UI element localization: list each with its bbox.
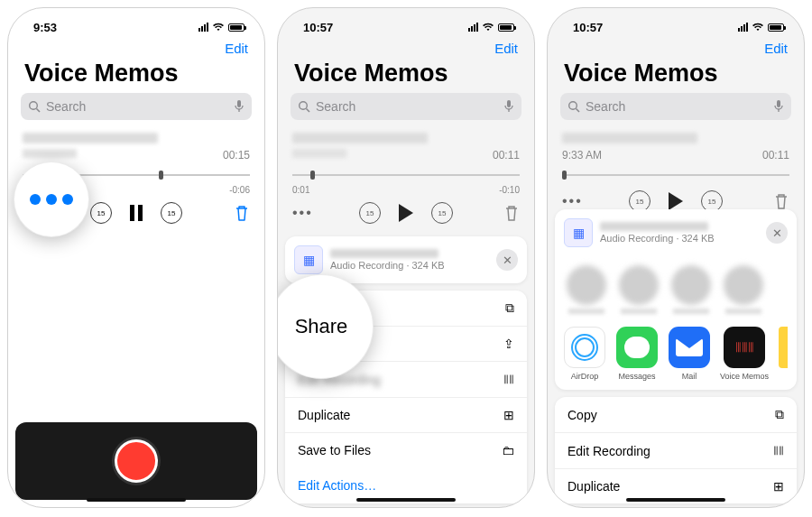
record-button[interactable] (115, 439, 158, 483)
skip-back-button[interactable]: 15 (359, 202, 381, 224)
file-name-blurred (330, 249, 438, 258)
memo-title-blurred (23, 133, 158, 143)
home-indicator[interactable] (87, 498, 186, 502)
signal-icon (468, 23, 478, 32)
file-thumb-icon: ▦ (564, 218, 593, 247)
record-bar (15, 422, 257, 500)
page-title: Voice Memos (8, 60, 264, 93)
close-button[interactable]: ✕ (766, 222, 788, 244)
menu-item-save-files[interactable]: Save to Files🗀 (285, 432, 527, 467)
more-button[interactable]: ••• (562, 193, 583, 209)
search-icon (298, 100, 310, 113)
waveform-icon: ⦀⦀ (773, 443, 784, 458)
duplicate-icon: ⊞ (503, 408, 514, 422)
trash-button[interactable] (503, 204, 520, 222)
app-voice-memos[interactable]: ⦀⦀⦀Voice Memos (721, 327, 768, 381)
page-title: Voice Memos (548, 60, 804, 93)
svg-line-1 (37, 109, 41, 113)
edit-button[interactable]: Edit (494, 41, 518, 56)
playback-timeline[interactable] (562, 171, 789, 183)
home-indicator[interactable] (626, 498, 725, 502)
app-airdrop[interactable]: AirDrop (564, 327, 605, 381)
contact-suggestion[interactable] (669, 265, 714, 314)
svg-line-9 (577, 109, 580, 113)
status-icons (738, 23, 784, 32)
skip-forward-button[interactable]: 15 (431, 202, 453, 224)
close-button[interactable]: ✕ (496, 249, 518, 271)
copy-icon: ⧉ (775, 407, 784, 422)
action-edit-recording[interactable]: Edit Recording⦀⦀ (555, 432, 797, 468)
app-mail[interactable]: Mail (669, 327, 710, 381)
pause-button[interactable] (130, 205, 143, 221)
share-apps-row: AirDrop Messages Mail ⦀⦀⦀Voice Memos (555, 321, 797, 390)
memo-duration: 00:11 (762, 149, 789, 162)
search-icon (28, 100, 41, 113)
memo-subtitle-blurred (23, 149, 77, 158)
skip-back-button[interactable]: 15 (90, 202, 112, 224)
memo-duration: 00:15 (223, 149, 250, 162)
time-remaining: -0:10 (499, 185, 520, 195)
mic-icon[interactable] (503, 99, 514, 114)
svg-point-0 (30, 102, 38, 110)
search-input[interactable]: Search (560, 93, 791, 120)
wifi-icon (752, 23, 764, 32)
callout-more-icon (14, 162, 89, 237)
mic-icon[interactable] (234, 99, 245, 114)
contact-suggestion[interactable] (564, 265, 609, 314)
svg-rect-10 (777, 100, 780, 107)
search-icon (567, 100, 580, 113)
share-icon: ⇪ (503, 337, 514, 351)
svg-point-4 (300, 102, 308, 110)
home-indicator[interactable] (356, 498, 456, 502)
status-time: 10:57 (303, 21, 333, 34)
svg-point-8 (569, 102, 577, 110)
share-header-card: ▦ Audio Recording · 324 KB ✕ AirDrop Mes… (555, 209, 797, 390)
contact-suggestion[interactable] (721, 265, 766, 314)
page-title: Voice Memos (278, 60, 534, 93)
trash-button[interactable] (773, 192, 789, 210)
memo-item[interactable]: 00:15 (8, 127, 264, 162)
memo-duration: 00:11 (493, 149, 520, 162)
file-meta: Audio Recording · 324 KB (330, 260, 489, 271)
more-button[interactable]: ••• (292, 205, 313, 221)
play-button[interactable] (669, 192, 683, 210)
playback-controls: ••• 15 15 (278, 200, 534, 229)
battery-icon (768, 23, 784, 32)
contact-suggestion[interactable] (616, 265, 661, 314)
skip-forward-button[interactable]: 15 (161, 202, 182, 224)
status-icons (468, 23, 514, 32)
wifi-icon (482, 23, 494, 32)
trash-button[interactable] (234, 204, 250, 222)
time-elapsed: 0:01 (292, 185, 309, 195)
status-icons (198, 23, 245, 32)
time-remaining: -0:06 (229, 185, 250, 195)
memo-item[interactable]: 9:33 AM 00:11 (548, 127, 804, 162)
svg-rect-2 (237, 100, 241, 107)
search-input[interactable]: Search (291, 93, 521, 120)
memo-item[interactable]: 00:11 (278, 127, 534, 162)
svg-line-5 (307, 109, 310, 113)
edit-button[interactable]: Edit (764, 41, 788, 56)
phone-panel-1: 9:53 Edit Voice Memos Search 00:15 0:00 … (7, 7, 265, 508)
memo-title-blurred (292, 133, 428, 143)
copy-icon: ⧉ (505, 300, 514, 316)
search-placeholder: Search (316, 99, 355, 114)
mic-icon[interactable] (773, 99, 784, 114)
app-messages[interactable]: Messages (616, 327, 658, 381)
play-button[interactable] (399, 204, 413, 222)
app-more[interactable] (779, 327, 788, 381)
callout-share-label: Share (295, 315, 348, 338)
waveform-icon: ⦀⦀ (503, 372, 514, 387)
edit-button[interactable]: Edit (225, 41, 248, 56)
memo-title-blurred (562, 133, 697, 143)
status-bar: 9:53 (8, 8, 264, 41)
action-copy[interactable]: Copy⧉ (555, 397, 797, 432)
menu-item-duplicate[interactable]: Duplicate⊞ (285, 397, 527, 432)
memo-subtitle-blurred (292, 149, 346, 158)
share-actions: Copy⧉ Edit Recording⦀⦀ Duplicate⊞ (555, 397, 797, 503)
signal-icon (738, 23, 748, 32)
playback-timeline[interactable] (292, 171, 520, 183)
search-input[interactable]: Search (21, 93, 252, 120)
phone-panel-3: 10:57 Edit Voice Memos Search 9:33 AM 00… (547, 7, 805, 508)
folder-icon: 🗀 (502, 443, 514, 457)
